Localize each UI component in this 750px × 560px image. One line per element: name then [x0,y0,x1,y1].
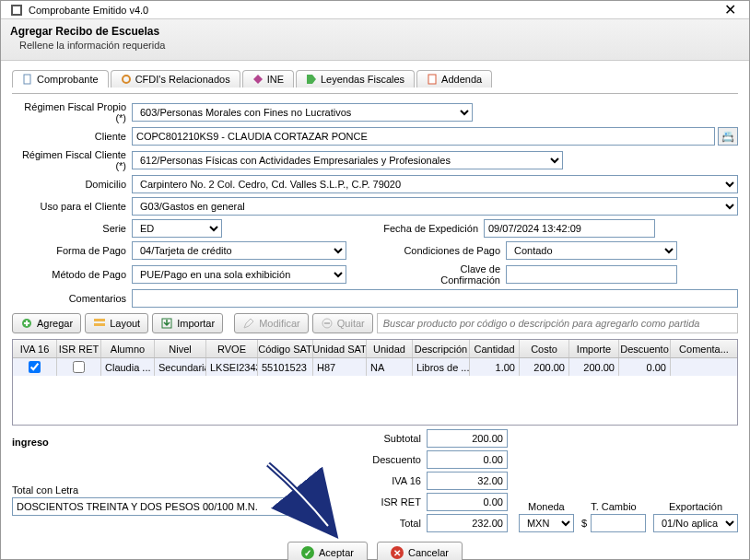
button-label: Importar [177,318,215,329]
label-clave-conf: Clave de Confirmación [403,263,506,286]
line-items-grid: IVA 16 ISR RET Alumno Nivel RVOE Código … [12,339,738,426]
col-unidadsat[interactable]: Unidad SAT [313,340,367,357]
clave-conf-input[interactable] [506,265,677,284]
label-cliente: Cliente [12,131,132,142]
tab-label: INE [267,74,284,85]
comentarios-input[interactable] [132,289,738,308]
col-costo[interactable]: Costo [520,340,569,357]
domicilio-select[interactable]: Carpintero No. 2 Col. Cedro, Cd. Valles … [132,175,738,193]
agregar-button[interactable]: Agregar [12,313,81,333]
col-comenta[interactable]: Comenta... [671,340,737,357]
col-rvoe[interactable]: RVOE [206,340,258,357]
fecha-exp-input[interactable] [484,219,655,238]
cell-rvoe: LKSEI2343 [206,358,258,376]
serie-select[interactable]: ED [132,219,222,238]
col-unidad[interactable]: Unidad [367,340,413,357]
cell-costo: 200.00 [520,358,569,376]
layout-icon [93,317,106,330]
check-icon: ✓ [301,546,314,559]
regimen-cliente-select[interactable]: 612/Personas Físicas con Actividades Emp… [132,151,563,169]
tab-cfdis[interactable]: CFDI's Relacionados [111,70,240,88]
svg-marker-3 [253,75,263,84]
close-button[interactable]: ✕ [721,1,740,18]
cond-pago-select[interactable]: Contado [506,241,677,260]
button-label: Agregar [37,318,73,329]
cancelar-button[interactable]: ✕ Cancelar [377,542,463,560]
tab-label: Addenda [441,74,482,85]
col-codigosat[interactable]: Código SAT [258,340,313,357]
uso-cliente-select[interactable]: G03/Gastos en general [132,197,738,216]
label-moneda: Moneda [519,501,574,512]
col-isrret[interactable]: ISR RET [57,340,101,357]
label-regimen-propio: Régimen Fiscal Propio (*) [12,101,132,123]
quitar-button[interactable]: Quitar [312,313,373,333]
button-label: Aceptar [319,547,354,558]
aceptar-button[interactable]: ✓ Aceptar [287,542,368,560]
regimen-propio-select[interactable]: 603/Personas Morales con Fines no Lucrat… [132,103,473,122]
col-nivel[interactable]: Nivel [155,340,206,357]
cell-importe: 200.00 [569,358,619,376]
descuento-value [427,450,508,469]
label-serie: Serie [12,223,132,234]
remove-icon [321,317,334,330]
cell-iva16[interactable] [13,358,57,376]
importar-button[interactable]: Importar [152,313,223,333]
label-fecha-exp: Fecha de Expedición [381,223,484,234]
titlebar: Comprobante Emitido v4.0 ✕ [1,1,749,19]
modificar-button[interactable]: Modificar [234,313,309,333]
cell-nivel: Secundaria [155,358,206,376]
cell-alumno: Claudia ... [101,358,155,376]
col-descripcion[interactable]: Descripción [413,340,470,357]
tcambio-input[interactable] [591,514,646,532]
layout-button[interactable]: Layout [85,313,148,333]
moneda-select[interactable]: MXN [519,514,574,532]
cell-unidad: NA [367,358,413,376]
label-comentarios: Comentarios [12,293,132,304]
cell-comenta [671,358,737,376]
dialog-buttons: ✓ Aceptar ✕ Cancelar [1,532,749,560]
label-metodo-pago: Método de Pago [12,269,132,280]
import-icon [160,317,173,330]
plus-icon [20,317,33,330]
button-label: Quitar [337,318,365,329]
tab-addenda[interactable]: Addenda [416,70,492,88]
address-book-icon: 📇 [721,131,734,143]
grid-header: IVA 16 ISR RET Alumno Nivel RVOE Código … [13,340,737,358]
svg-rect-0 [12,6,21,15]
metodo-pago-select[interactable]: PUE/Pago en una sola exhibición [132,265,346,284]
product-search-input[interactable] [377,313,738,333]
doc-type-label: ingreso [12,437,349,448]
cliente-input[interactable] [132,127,715,146]
col-alumno[interactable]: Alumno [101,340,155,357]
cell-codigosat: 55101523 [258,358,313,376]
col-iva16[interactable]: IVA 16 [13,340,57,357]
svg-point-2 [123,76,130,83]
cell-isrret[interactable] [57,358,101,376]
diamond-icon [252,74,264,85]
iva16-checkbox[interactable] [29,361,41,373]
tab-ine[interactable]: INE [242,70,294,88]
label-forma-pago: Forma de Pago [12,245,132,256]
total-letra-input [12,497,325,516]
cell-descuento: 0.00 [619,358,671,376]
button-label: Cancelar [408,547,449,558]
x-icon: ✕ [391,546,404,559]
tab-bar: Comprobante CFDI's Relacionados INE Leye… [12,70,738,88]
tab-label: Comprobante [37,74,99,85]
cell-unidadsat: H87 [313,358,367,376]
isrret-value [427,493,508,511]
exportacion-select[interactable]: 01/No aplica [653,514,738,532]
button-label: Modificar [259,318,300,329]
table-row[interactable]: Claudia ... Secundaria LKSEI2343 5510152… [13,358,737,376]
isrret-checkbox[interactable] [73,361,85,373]
cliente-lookup-button[interactable]: 📇 [718,127,738,146]
col-descuento[interactable]: Descuento [619,340,671,357]
tab-leyendas[interactable]: Leyendas Fiscales [296,70,415,88]
tab-comprobante[interactable]: Comprobante [12,70,109,88]
app-icon [10,4,23,17]
svg-rect-1 [24,75,30,84]
forma-pago-select[interactable]: 04/Tarjeta de crédito [132,241,346,260]
label-descuento: Descuento [357,454,421,465]
col-importe[interactable]: Importe [569,340,619,357]
col-cantidad[interactable]: Cantidad [470,340,520,357]
